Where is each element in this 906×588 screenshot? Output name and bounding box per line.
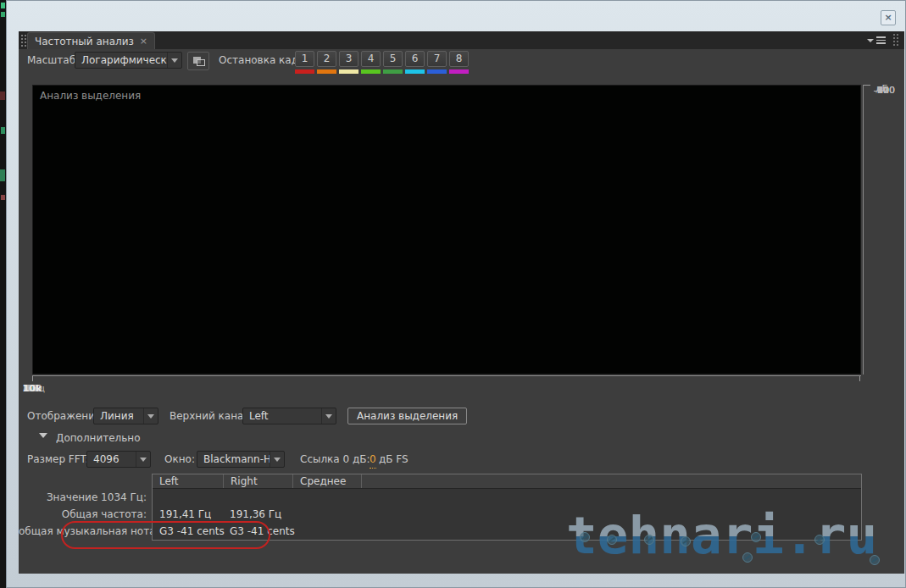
window-value: Blackmann-Harris	[197, 452, 270, 467]
fft-size-label: Размер FFT:	[27, 451, 89, 468]
top-channel-label: Верхний канал:	[170, 408, 253, 424]
scan-selection-button[interactable]: Анализ выделения	[347, 408, 467, 424]
result-cell-right: 191,36 Гц	[223, 506, 292, 523]
freeze-frame-color-swatch	[405, 69, 425, 74]
advanced-collapse-triangle-icon[interactable]	[39, 433, 47, 438]
advanced-label[interactable]: Дополнительно	[56, 430, 141, 447]
result-column-header[interactable]	[361, 474, 861, 488]
floating-panel-frame: × Частотный анализ × Масштаб: Логарифмич…	[6, 0, 906, 588]
frequency-ruler: Гц50607080901002003004005006007008001k2k…	[32, 375, 880, 397]
fft-size-value: 4096	[87, 452, 136, 467]
freeze-frame-color-swatch	[339, 69, 359, 74]
freeze-frame-number: 8	[449, 51, 469, 67]
spectrum-traces	[33, 86, 862, 375]
freeze-frame-button-5[interactable]: 5	[383, 51, 403, 74]
reference-value-hottext[interactable]: 0	[370, 451, 376, 469]
freeze-frame-button-8[interactable]: 8	[449, 51, 469, 74]
db-ruler: дБ -10-20-30-40-50-60-70-80-90-100-110-1…	[863, 85, 903, 374]
backdrop-speck	[1, 12, 5, 17]
front-square-icon	[197, 59, 205, 66]
measurement-results: Значение 1034 Гц:Общая частота:общая муз…	[19, 474, 862, 541]
result-cell-left: G3 -41 cents	[153, 523, 223, 540]
result-row-labels: Значение 1034 Гц:Общая частота:общая муз…	[19, 474, 152, 541]
freeze-frame-color-swatch	[361, 69, 381, 74]
tab-drag-grip-icon[interactable]	[20, 34, 26, 47]
reference-unit-label: дБ FS	[379, 451, 409, 468]
freeze-frame-color-swatch	[383, 69, 403, 74]
freeze-frame-button-3[interactable]: 3	[339, 51, 359, 74]
freeze-frame-color-swatch	[295, 69, 314, 74]
freeze-frame-number: 3	[339, 51, 359, 67]
spectrum-plot[interactable]: Анализ выделения	[32, 85, 861, 374]
table-row: 191,41 Гц191,36 Гц	[153, 506, 861, 523]
freeze-frame-number: 4	[361, 51, 381, 67]
selection-analysis-overlay-label: Анализ выделения	[40, 90, 141, 102]
freeze-frame-button-2[interactable]: 2	[317, 51, 336, 74]
row-label-spacer	[19, 474, 152, 489]
backdrop-speck	[1, 195, 5, 200]
backdrop-speck	[1, 3, 5, 8]
db-ruler-baseline	[863, 85, 864, 374]
scale-value: Логарифмический	[75, 53, 167, 68]
freeze-frame-color-swatch	[449, 69, 469, 74]
scale-dropdown[interactable]: Логарифмический	[75, 52, 182, 69]
chevron-down-icon	[270, 452, 284, 467]
freeze-frame-button-6[interactable]: 6	[405, 51, 425, 74]
chevron-down-icon	[167, 53, 181, 68]
window-label: Окно:	[164, 451, 195, 468]
spectrum-chart-area: Анализ выделения дБ -10-20-30-40-50-60-7…	[25, 80, 903, 397]
backdrop-speck	[1, 127, 5, 134]
freq-tick-label: 10k	[23, 383, 42, 394]
freeze-frame-button-1[interactable]: 1	[295, 51, 314, 74]
fft-size-dropdown[interactable]: 4096	[86, 451, 151, 468]
scale-label: Масштаб:	[27, 52, 79, 69]
chevron-down-icon	[136, 452, 150, 467]
top-channel-dropdown[interactable]: Left	[242, 408, 336, 424]
backdrop-speck	[0, 92, 5, 100]
chevron-down-icon	[321, 408, 336, 424]
result-column-header[interactable]: Left	[153, 474, 223, 488]
tab-title: Частотный анализ	[35, 36, 134, 47]
top-channel-value: Left	[243, 408, 321, 424]
freeze-frame-color-swatch	[427, 69, 447, 74]
table-row	[153, 489, 861, 506]
menu-bars-icon	[876, 36, 886, 44]
freeze-frame-button-4[interactable]: 4	[361, 51, 381, 74]
freeze-frame-number: 6	[405, 51, 425, 67]
result-cell-left	[153, 489, 223, 506]
freeze-frame-number: 1	[295, 51, 314, 67]
db-tick-label: -120	[874, 85, 895, 96]
result-cell-left: 191,41 Гц	[153, 506, 223, 523]
result-cell-avg	[292, 506, 861, 523]
frequency-analysis-window: × Частотный анализ × Масштаб: Логарифмич…	[0, 0, 906, 588]
reference-label: Ссылка 0 дБ:	[300, 451, 370, 468]
freeze-frame-number: 2	[317, 51, 336, 67]
freeze-frame-number: 7	[427, 51, 447, 67]
freq-tick	[32, 376, 33, 381]
result-row-label: Общая частота:	[19, 506, 152, 523]
display-value: Линия	[94, 408, 143, 424]
panel-drag-grip-icon[interactable]	[892, 33, 899, 47]
freeze-frame-number: 5	[383, 51, 403, 67]
freq-tick	[859, 376, 860, 381]
result-cell-right	[223, 489, 292, 506]
channels-graph-icon-button[interactable]	[187, 52, 209, 70]
menu-caret-icon	[867, 39, 874, 42]
window-close-button[interactable]: ×	[881, 10, 896, 25]
result-column-header[interactable]: Right	[223, 474, 292, 488]
result-row-label: Значение 1034 Гц:	[19, 489, 152, 506]
result-column-header[interactable]: Среднее	[292, 474, 361, 488]
freeze-frame-buttons: 12345678	[295, 51, 469, 74]
result-table-body: 191,41 Гц191,36 ГцG3 -41 centsG3 -41 cen…	[153, 489, 861, 540]
panel-menu-icon[interactable]	[867, 35, 886, 46]
result-cell-avg	[292, 489, 861, 506]
tab-frequency-analysis[interactable]: Частотный анализ ×	[27, 32, 155, 49]
panel-body: Частотный анализ × Масштаб: Логарифмичес…	[19, 31, 904, 574]
freeze-frame-button-7[interactable]: 7	[427, 51, 447, 74]
tab-close-icon[interactable]: ×	[140, 36, 147, 47]
result-cell-avg	[292, 523, 861, 540]
window-dropdown[interactable]: Blackmann-Harris	[197, 451, 285, 468]
tab-bar: Частотный анализ ×	[19, 31, 904, 49]
display-dropdown[interactable]: Линия	[93, 408, 158, 424]
backdrop-speck	[0, 169, 5, 181]
